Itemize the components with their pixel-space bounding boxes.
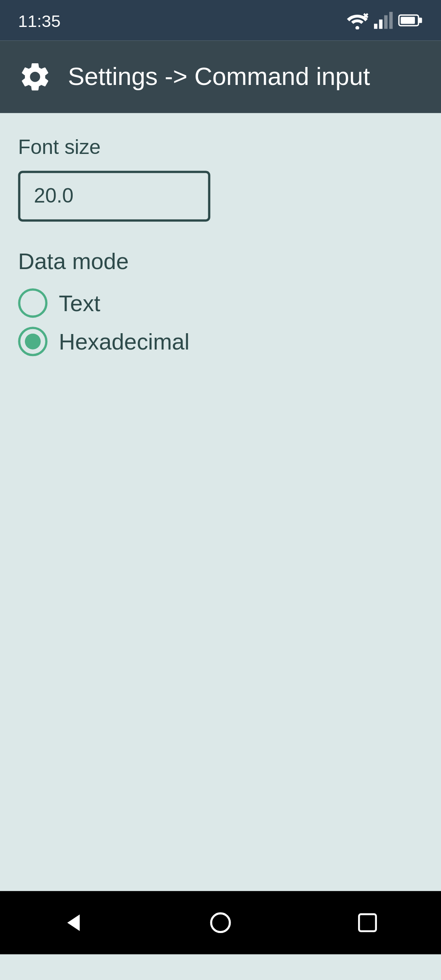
svg-point-0 (355, 26, 359, 29)
radio-label-text: Text (59, 290, 100, 316)
data-mode-label: Data mode (18, 249, 423, 275)
wifi-icon (346, 11, 368, 29)
radio-label-hexadecimal: Hexadecimal (59, 328, 189, 354)
data-mode-radio-group: Text Hexadecimal (18, 288, 423, 356)
radio-circle-text (18, 288, 47, 318)
svg-rect-12 (359, 914, 376, 931)
home-button[interactable] (192, 900, 249, 945)
signal-icon (373, 11, 394, 29)
font-size-section: Font size (18, 136, 423, 221)
font-size-label: Font size (18, 136, 423, 159)
status-time: 11:35 (18, 11, 60, 30)
svg-rect-6 (389, 12, 392, 29)
battery-icon (398, 12, 423, 28)
radio-item-text[interactable]: Text (18, 288, 423, 318)
status-bar: 11:35 (0, 0, 441, 41)
status-icons (346, 11, 423, 29)
content-area: Font size Data mode Text Hexadecimal (0, 113, 441, 891)
svg-rect-9 (401, 17, 415, 24)
svg-rect-3 (374, 24, 377, 29)
svg-point-11 (211, 913, 230, 932)
svg-rect-8 (419, 18, 422, 23)
radio-item-hexadecimal[interactable]: Hexadecimal (18, 327, 423, 356)
font-size-input[interactable] (18, 171, 210, 222)
svg-rect-4 (379, 20, 382, 29)
data-mode-section: Data mode Text Hexadecimal (18, 249, 423, 356)
app-bar: Settings -> Command input (0, 41, 441, 113)
gear-icon (18, 60, 52, 94)
back-button[interactable] (45, 900, 102, 945)
nav-bar (0, 891, 441, 954)
recents-button[interactable] (339, 900, 396, 945)
svg-rect-5 (384, 15, 388, 29)
app-bar-title: Settings -> Command input (68, 62, 370, 91)
svg-marker-10 (67, 914, 80, 931)
radio-circle-hexadecimal (18, 327, 47, 356)
